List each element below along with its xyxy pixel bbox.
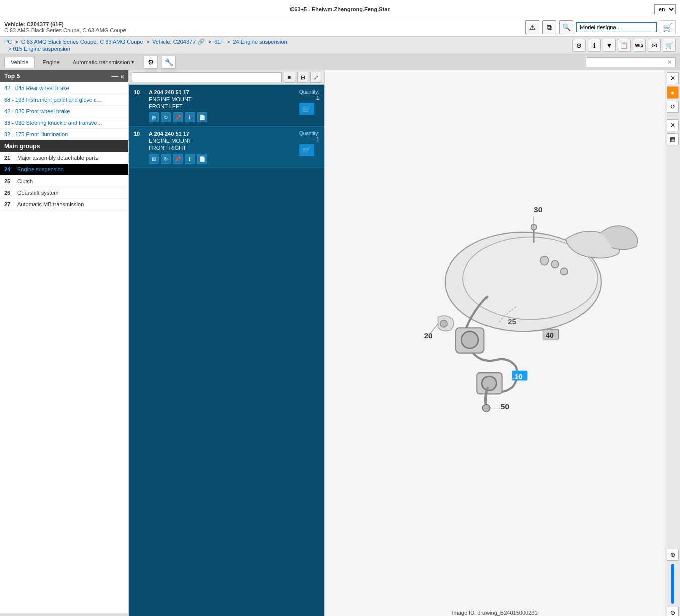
breadcrumb-sub[interactable]: > 015 Engine suspension xyxy=(8,46,70,52)
tab-automatic-transmission[interactable]: Automatic transmission ▾ xyxy=(67,56,140,68)
part-position-1: 10 xyxy=(134,89,144,95)
top5-close-icon[interactable]: « xyxy=(120,72,124,80)
toolbar-icons: ⊕ ℹ ▼ 📋 WIS ✉ 🛒 xyxy=(572,39,676,52)
tab-wrench-btn[interactable]: 🔧 xyxy=(162,56,176,69)
qty-value-1: 1 xyxy=(299,95,319,101)
svg-point-12 xyxy=(561,268,568,275)
part-doc-icon-2[interactable]: 📄 xyxy=(197,154,207,164)
top5-item-2[interactable]: 68 - 193 Instrument panel and glove c... xyxy=(0,94,128,106)
mg-item-21[interactable]: 21 Major assembly detachable parts xyxy=(0,152,128,164)
parts-search-input[interactable] xyxy=(132,72,282,82)
rs-x-icon[interactable]: ✕ xyxy=(667,119,679,131)
part-quantity-2: Quantity: 1 🛒 xyxy=(299,131,319,156)
mail-btn[interactable]: ✉ xyxy=(648,39,661,52)
part-row-1: 10 A 204 240 51 17 ENGINE MOUNT FRONT LE… xyxy=(129,85,324,127)
diag-label-40: 40 xyxy=(543,329,558,339)
part-doc-icon-1[interactable]: 📄 xyxy=(197,112,207,122)
tab-search-clear-icon[interactable]: ✕ xyxy=(667,59,672,66)
copy-icon-btn[interactable]: ⧉ xyxy=(542,20,556,34)
mg-num-27: 27 xyxy=(4,201,13,207)
part-name2-1: FRONT LEFT xyxy=(149,103,294,109)
tab-engine[interactable]: Engine xyxy=(36,57,66,68)
vehicle-info: Vehicle: C204377 (61F) C 63 AMG Black Se… xyxy=(4,21,126,33)
top5-item-1[interactable]: 42 - 045 Rear wheel brake xyxy=(0,82,128,94)
mg-item-24[interactable]: 24 Engine suspension xyxy=(0,164,128,175)
rs-zoomin-icon[interactable]: ⊕ xyxy=(667,549,679,561)
part-pin-icon-1[interactable]: 📌 xyxy=(173,112,183,122)
center-grid-icon[interactable]: ⊞ xyxy=(297,72,308,83)
center-list-icon[interactable]: ≡ xyxy=(284,72,295,83)
rs-history-icon[interactable]: ↺ xyxy=(667,101,679,113)
part-code-2: A 204 240 51 17 xyxy=(149,131,294,137)
add-to-cart-btn-2[interactable]: 🛒 xyxy=(299,144,314,156)
part-refresh-icon-1[interactable]: ↻ xyxy=(161,112,171,122)
rs-eye-icon[interactable]: ● xyxy=(667,86,679,99)
part-grid-icon-2[interactable]: ⊞ xyxy=(149,154,159,164)
part-info-icon-2[interactable]: ℹ xyxy=(185,154,195,164)
svg-point-3 xyxy=(461,331,478,348)
rs-zoomout-icon[interactable]: ⊖ xyxy=(667,607,679,616)
model-search-input[interactable] xyxy=(576,22,657,32)
report-btn[interactable]: 📋 xyxy=(618,39,631,52)
top5-item-4[interactable]: 33 - 030 Steering knuckle and transve... xyxy=(0,117,128,129)
mg-label-27: Automatic MB transmission xyxy=(17,201,84,207)
breadcrumb-vehicle[interactable]: Vehicle: C204377 🔗 xyxy=(152,39,205,45)
part-info-icon-1[interactable]: ℹ xyxy=(185,112,195,122)
rs-grid-icon[interactable]: ▦ xyxy=(667,133,679,145)
part-icons-1: ⊞ ↻ 📌 ℹ 📄 xyxy=(149,112,294,122)
top5-item-5[interactable]: 82 - 175 Front illumination xyxy=(0,129,128,140)
diag-label-30: 30 xyxy=(534,205,542,214)
breadcrumb-pc[interactable]: PC xyxy=(4,39,12,45)
part-pin-icon-2[interactable]: 📌 xyxy=(173,154,183,164)
top5-title: Top 5 xyxy=(4,73,20,80)
warning-icon-btn[interactable]: ⚠ xyxy=(525,20,539,34)
scroll-indicator[interactable]: ▼ xyxy=(0,613,128,616)
wis-btn[interactable]: WIS xyxy=(633,39,646,52)
diag-label-50: 50 xyxy=(501,402,509,411)
top5-minimize-icon[interactable]: — xyxy=(111,72,118,80)
part-name1-2: ENGINE MOUNT xyxy=(149,138,294,144)
filter-btn[interactable]: ▼ xyxy=(603,39,616,52)
add-to-cart-btn-1[interactable]: 🛒 xyxy=(299,103,314,115)
tab-settings-btn[interactable]: ⚙ xyxy=(144,56,158,69)
part-quantity-1: Quantity: 1 🛒 xyxy=(299,89,319,115)
part-details-1: A 204 240 51 17 ENGINE MOUNT FRONT LEFT … xyxy=(149,89,294,122)
rs-separator-1 xyxy=(666,116,679,116)
cart-icon-btn[interactable]: 🛒+ xyxy=(660,20,676,34)
info-btn[interactable]: ℹ xyxy=(588,39,601,52)
chevron-down-icon: ▾ xyxy=(131,59,134,65)
diag-label-25: 25 xyxy=(508,317,517,326)
breadcrumb-engine-suspension[interactable]: 24 Engine suspension xyxy=(233,39,287,45)
top-bar: C63+5 - Ehelwm.Zhengrong.Feng.Star en de xyxy=(0,0,680,18)
vehicle-code: Vehicle: C204377 (61F) xyxy=(4,21,126,27)
zoom-in-btn[interactable]: ⊕ xyxy=(572,39,586,52)
mg-item-27[interactable]: 27 Automatic MB transmission xyxy=(0,199,128,210)
rs-zoom-bar[interactable] xyxy=(671,564,674,604)
image-id: Image ID: drawing_B24015000261 xyxy=(452,610,537,616)
breadcrumb-model[interactable]: C 63 AMG Black Series Coupe, C 63 AMG Co… xyxy=(21,39,143,45)
part-row-2: 10 A 204 240 51 17 ENGINE MOUNT FRONT RI… xyxy=(129,127,324,168)
main-layout: Top 5 — « 42 - 045 Rear wheel brake 68 -… xyxy=(0,70,680,616)
part-details-2: A 204 240 51 17 ENGINE MOUNT FRONT RIGHT… xyxy=(149,131,294,164)
breadcrumb-61f[interactable]: 61F xyxy=(214,39,224,45)
tab-search-input[interactable] xyxy=(589,59,667,65)
part-grid-icon-1[interactable]: ⊞ xyxy=(149,112,159,122)
part-code-1: A 204 240 51 17 xyxy=(149,89,294,95)
mg-item-26[interactable]: 26 Gearshift system xyxy=(0,187,128,199)
language-selector[interactable]: en de xyxy=(654,4,676,14)
part-refresh-icon-2[interactable]: ↻ xyxy=(161,154,171,164)
right-sidebar: ✕ ● ↺ ✕ ▦ ⊕ ⊖ xyxy=(665,70,680,616)
breadcrumb-bar: PC > C 63 AMG Black Series Coupe, C 63 A… xyxy=(0,37,680,54)
diagram-svg: 30 20 25 40 10 xyxy=(325,70,665,616)
cart-toolbar-btn[interactable]: 🛒 xyxy=(663,39,676,52)
top5-list: 42 - 045 Rear wheel brake 68 - 193 Instr… xyxy=(0,82,128,140)
rs-close-icon[interactable]: ✕ xyxy=(667,72,679,84)
svg-point-8 xyxy=(440,320,447,327)
tab-vehicle[interactable]: Vehicle xyxy=(4,57,35,68)
cart-plus-icon: + xyxy=(672,28,674,33)
search-icon-btn[interactable]: 🔍 xyxy=(559,20,573,34)
mg-item-25[interactable]: 25 Clutch xyxy=(0,175,128,187)
tab-bar: Vehicle Engine Automatic transmission ▾ … xyxy=(0,54,680,70)
top5-item-3[interactable]: 42 - 030 Front wheel brake xyxy=(0,106,128,117)
center-expand-icon[interactable]: ⤢ xyxy=(310,72,321,83)
